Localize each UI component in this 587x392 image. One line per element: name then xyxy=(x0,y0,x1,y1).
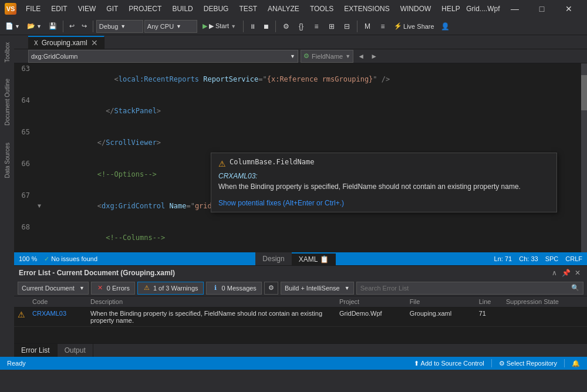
col-code[interactable]: Code xyxy=(29,296,87,307)
menu-build[interactable]: BUILD xyxy=(167,4,197,14)
add-to-source-control[interactable]: ⬆ Add to Source Control xyxy=(411,360,487,367)
build-dropdown-arrow: ▼ xyxy=(345,285,350,291)
menu-extensions[interactable]: EXTENSIONS xyxy=(339,4,394,14)
zoom-level[interactable]: 100 % xyxy=(19,255,37,262)
statusbar-left: 100 % ✓ No issues found xyxy=(19,255,97,263)
tooltip-fix-link[interactable]: Show potential fixes (Alt+Enter or Ctrl+… xyxy=(218,199,549,207)
toolbar-btn-2[interactable]: ⏹ xyxy=(260,19,272,33)
col-project[interactable]: Project xyxy=(336,296,406,307)
nav-next-button[interactable]: ► xyxy=(369,51,379,62)
close-button[interactable]: ✕ xyxy=(555,0,582,18)
row-icon: ⚠ xyxy=(14,307,29,327)
field-name-dropdown[interactable]: ⚙ FieldName ▼ xyxy=(301,50,353,63)
code-line-63[interactable]: 63 <local:RecentReports ReportService="{… xyxy=(14,63,587,95)
toolbar-icon-3[interactable]: ≡ xyxy=(309,19,323,33)
data-sources-label[interactable]: Data Sources xyxy=(3,140,12,181)
toolbar-icon-1[interactable]: ⚙ xyxy=(279,19,293,33)
menu-edit[interactable]: EDIT xyxy=(46,4,72,14)
col-description[interactable]: Description xyxy=(87,296,336,307)
address-bar: dxg:GridColumn ▼ ⚙ FieldName ▼ ◄ ► xyxy=(14,49,587,63)
messages-badge[interactable]: ℹ 0 Messages xyxy=(206,282,262,295)
ch-status[interactable]: Ch: 33 xyxy=(519,255,538,262)
toolbar-new-project[interactable]: 📄 ▼ xyxy=(2,19,23,33)
design-tab[interactable]: Design xyxy=(255,252,291,265)
toolbar-undo[interactable]: ↩ xyxy=(66,19,77,33)
toolbox-label[interactable]: Toolbox xyxy=(3,40,12,65)
toolbar-person-icon[interactable]: 👤 xyxy=(438,19,453,33)
tooltip-quickinfo: ⚠ ColumnBase.FieldName CRXAML03: When th… xyxy=(211,153,557,212)
titlebar-left: VS FILE EDIT VIEW GIT PROJECT BUILD DEBU… xyxy=(5,3,465,15)
cpu-dropdown[interactable]: Any CPU ▼ xyxy=(144,20,197,33)
errors-badge[interactable]: ✕ 0 Errors xyxy=(91,282,135,295)
col-file[interactable]: File xyxy=(406,296,475,307)
address-dropdown[interactable]: dxg:GridColumn ▼ xyxy=(28,50,298,63)
debug-mode-dropdown[interactable]: Debug ▼ xyxy=(96,20,143,33)
menu-analyze[interactable]: ANALYZE xyxy=(263,4,304,14)
menu-window[interactable]: WINDOW xyxy=(396,4,436,14)
toolbar-icon-5[interactable]: ⊟ xyxy=(340,19,354,33)
warning-icon: ⚠ xyxy=(143,284,151,292)
open-icon: 📂 xyxy=(27,22,35,30)
menu-git[interactable]: GIT xyxy=(102,4,123,14)
toolbar-btn-1[interactable]: ⏸ xyxy=(247,19,259,33)
error-search-input[interactable] xyxy=(360,285,571,292)
menu-debug[interactable]: DEBUG xyxy=(199,4,234,14)
source-control-icon: ⬆ xyxy=(414,360,419,367)
start-button[interactable]: ▶ ▶ Start ▼ xyxy=(198,21,240,32)
maximize-button[interactable]: □ xyxy=(528,0,555,18)
minimize-button[interactable]: — xyxy=(501,0,528,18)
panel-pin[interactable]: 📌 xyxy=(561,268,571,278)
col-line[interactable]: Line xyxy=(475,296,502,307)
menu-file[interactable]: FILE xyxy=(21,4,45,14)
col-suppression[interactable]: Suppression State xyxy=(502,296,587,307)
no-issues-badge[interactable]: ✓ No issues found xyxy=(44,255,97,263)
toolbar-icon-2[interactable]: {} xyxy=(294,19,308,33)
separator-3 xyxy=(243,21,244,32)
toolbar-save[interactable]: 💾 xyxy=(46,19,60,33)
select-repository[interactable]: ⚙ Select Repository xyxy=(497,360,559,367)
xaml-tab[interactable]: XAML 📋 xyxy=(292,252,336,265)
col-icon[interactable] xyxy=(14,296,29,307)
panel-close[interactable]: ✕ xyxy=(573,268,582,278)
scope-filter-dropdown[interactable]: Current Document ▼ xyxy=(18,282,89,295)
warnings-badge[interactable]: ⚠ 1 of 3 Warnings xyxy=(137,282,204,295)
liveshare-button[interactable]: ⚡ Live Share xyxy=(391,19,437,33)
output-tab[interactable]: Output xyxy=(58,344,93,357)
code-line-68[interactable]: 68 <!--Columns--> xyxy=(14,222,587,252)
build-options-badge[interactable]: ⚙ xyxy=(264,282,278,295)
toolbar-icon-7[interactable]: ≡ xyxy=(376,19,390,33)
separator-1 xyxy=(63,21,63,32)
toolbar-open[interactable]: 📂 ▼ xyxy=(24,19,45,33)
menu-help[interactable]: HELP xyxy=(437,4,464,14)
menu-view[interactable]: VIEW xyxy=(73,4,101,14)
row-code[interactable]: CRXAML03 xyxy=(29,307,87,327)
nav-prev-button[interactable]: ◄ xyxy=(356,51,366,62)
errors-count: 0 Errors xyxy=(107,285,130,292)
ln-status[interactable]: Ln: 71 xyxy=(494,255,512,262)
editor-scrollbar[interactable] xyxy=(581,63,587,252)
panel-arrow-up[interactable]: ∧ xyxy=(549,268,559,278)
row-project: GridDemo.Wpf xyxy=(336,307,406,327)
toolbar-icon-6[interactable]: M xyxy=(360,19,375,33)
toolbar-redo[interactable]: ↪ xyxy=(79,19,90,33)
error-search[interactable]: 🔍 xyxy=(356,282,583,295)
error-row-1[interactable]: ⚠ CRXAML03 When the Binding property is … xyxy=(14,307,587,327)
document-outline-label[interactable]: Document Outline xyxy=(3,76,12,128)
error-table-container: Code Description Project File Line Suppr… xyxy=(14,296,587,343)
spc-status[interactable]: SPC xyxy=(545,255,559,262)
error-list-tab[interactable]: Error List xyxy=(14,344,58,357)
build-dropdown[interactable]: Build + IntelliSense ▼ xyxy=(281,282,354,295)
code-line-64[interactable]: 64 </StackPanel> xyxy=(14,95,587,127)
tab-close-button[interactable]: ✕ xyxy=(91,38,98,48)
crlf-status[interactable]: CRLF xyxy=(565,255,582,262)
menu-project[interactable]: PROJECT xyxy=(124,4,166,14)
menu-test[interactable]: TEST xyxy=(234,4,262,14)
scrollbar-thumb[interactable] xyxy=(581,75,587,110)
tab-grouping-xaml[interactable]: X Grouping.xaml ✕ xyxy=(28,36,104,49)
menu-tools[interactable]: TOOLS xyxy=(305,4,338,14)
toolbar-icon-4[interactable]: ⊞ xyxy=(325,19,339,33)
row-file: Grouping.xaml xyxy=(406,307,475,327)
tooltip-title: ColumnBase.FieldName xyxy=(230,158,315,166)
notifications-bell[interactable]: 🔔 xyxy=(569,360,582,367)
editor-tabs: Design XAML 📋 xyxy=(255,252,336,265)
